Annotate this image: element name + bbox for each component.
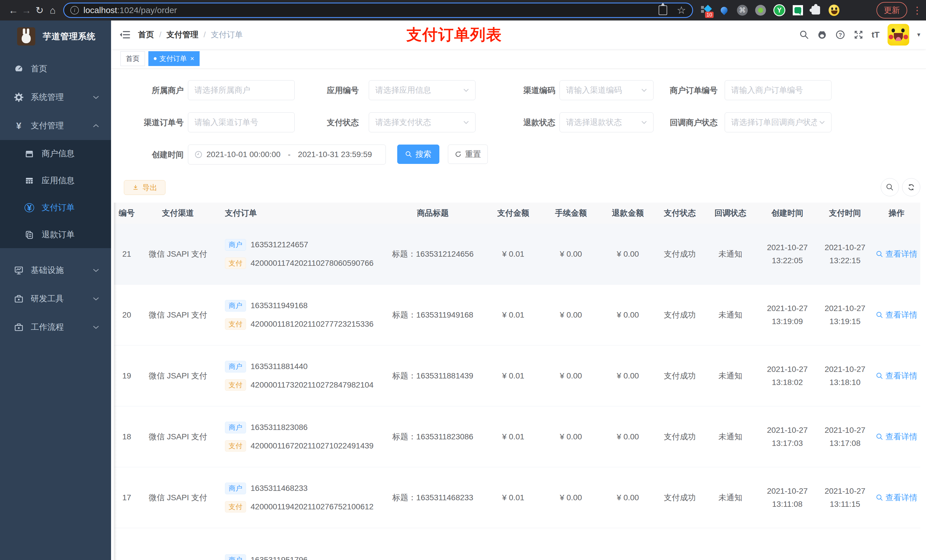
github-icon[interactable]	[817, 30, 827, 40]
fullscreen-icon[interactable]	[853, 30, 864, 40]
clock-icon	[195, 151, 203, 158]
url-host: localhost	[83, 5, 117, 15]
view-detail-link[interactable]: 查看详情	[876, 492, 917, 503]
tag-home[interactable]: 首页	[121, 51, 145, 66]
merchant-order-no-field[interactable]	[725, 80, 831, 100]
cell-title: 标题：1635312124656	[381, 223, 484, 284]
filter-label: 渠道订单号	[111, 112, 184, 133]
extension-recorder-icon[interactable]	[755, 5, 766, 16]
browser-home-icon[interactable]: ⌂	[46, 4, 59, 17]
sidebar-item-home[interactable]: 首页	[0, 54, 111, 83]
breadcrumb-home[interactable]: 首页	[138, 29, 154, 40]
cell-title: 标题：1635311881439	[381, 346, 484, 406]
browser-forward-icon[interactable]: →	[20, 4, 33, 17]
view-detail-link[interactable]: 查看详情	[876, 249, 917, 260]
filter-row-3: 创建时间 2021-10-01 00:00:00 - 2021-10-31 23…	[111, 145, 926, 165]
cell-status: 支付成功	[656, 346, 703, 406]
table-row[interactable]: 商户1635311951796	[114, 528, 920, 560]
table-row[interactable]: 18 微信 JSAPI 支付 商户1635311823086 支付4200001…	[114, 406, 920, 467]
browser-chrome: ← → ↻ ⌂ i localhost:1024/pay/order ☆ 10 …	[0, 0, 926, 21]
table-row[interactable]: 21 微信 JSAPI 支付 商户1635312124657 支付4200001…	[114, 223, 920, 285]
browser-reload-icon[interactable]: ↻	[33, 4, 46, 17]
address-bar[interactable]: i localhost:1024/pay/order ☆	[63, 3, 693, 18]
pay-status-select[interactable]: 请选择支付状态	[369, 112, 475, 132]
browser-menu-icon[interactable]: ⋮	[912, 5, 922, 16]
cell-status: 支付成功	[656, 406, 703, 467]
extension-chat-icon[interactable]	[793, 5, 803, 15]
view-detail-link[interactable]: 查看详情	[876, 370, 917, 381]
show-search-toggle-button[interactable]	[881, 178, 899, 196]
cell-fee: ¥ 0.00	[542, 223, 599, 284]
cell-channel: 微信 JSAPI 支付	[139, 285, 216, 345]
col-header-paid: 支付时间	[817, 202, 873, 223]
toolbox-icon	[14, 294, 24, 303]
sidebar-item-merchant-info[interactable]: 商户信息	[0, 140, 111, 167]
app-select[interactable]: 请选择应用信息	[369, 80, 475, 100]
table-row[interactable]: 19 微信 JSAPI 支付 商户1635311881440 支付4200001…	[114, 346, 920, 406]
close-icon[interactable]: ×	[190, 54, 194, 63]
grid-table-icon	[24, 177, 34, 185]
cell-id: 20	[114, 285, 139, 345]
pay-order-no: 4200001167202110271022491439	[251, 441, 374, 450]
breadcrumb-pay[interactable]: 支付管理	[166, 29, 198, 40]
sidebar-item-pay[interactable]: ¥ 支付管理	[0, 112, 111, 140]
sidebar-item-label: 支付订单	[42, 202, 75, 213]
extension-puzzle-icon[interactable]	[810, 5, 821, 16]
site-info-icon[interactable]: i	[70, 6, 79, 15]
extension-command-icon[interactable]: ⌘	[737, 5, 748, 16]
create-time-range-picker[interactable]: 2021-10-01 00:00:00 - 2021-10-31 23:59:5…	[188, 145, 386, 165]
extension-grid-diamond-icon[interactable]: 10	[701, 5, 711, 16]
help-icon[interactable]: ?	[835, 30, 846, 40]
view-detail-link[interactable]: 查看详情	[876, 309, 917, 320]
filter-label: 支付状态	[271, 112, 359, 133]
merchant-order-no: 1635311823086	[251, 423, 307, 432]
merchant-order-no: 1635312124657	[251, 240, 308, 249]
select-placeholder: 请选择支付状态	[375, 117, 461, 128]
sidebar-item-pay-order[interactable]: ¥ 支付订单	[0, 194, 111, 221]
filter-label: 商户订单编号	[629, 80, 717, 101]
extension-emoji-icon[interactable]	[829, 5, 840, 16]
browser-update-button[interactable]: 更新	[876, 2, 907, 18]
cell-refund: ¥ 0.00	[599, 285, 656, 345]
table-row[interactable]: 20 微信 JSAPI 支付 商户1635311949168 支付4200001…	[114, 285, 920, 346]
merchant-order-no-input[interactable]	[731, 86, 825, 95]
notify-status-select[interactable]: 请选择订单回调商户状态	[725, 112, 831, 132]
cell-amount: ¥ 0.01	[484, 346, 542, 406]
sidebar-item-refund-order[interactable]: 退款订单	[0, 221, 111, 248]
font-size-icon[interactable]: tT	[872, 30, 879, 39]
sidebar-item-system[interactable]: 系统管理	[0, 83, 111, 112]
table-row[interactable]: 17 微信 JSAPI 支付 商户1635311468233 支付4200001…	[114, 467, 920, 528]
extension-map-pin-icon[interactable]	[719, 5, 729, 16]
chevron-down-icon	[819, 121, 825, 124]
cell-fee: ¥ 0.00	[542, 285, 599, 345]
search-icon[interactable]	[799, 30, 809, 39]
collapse-sidebar-icon[interactable]	[119, 30, 130, 39]
filter-row-2: 渠道订单号 支付状态 请选择支付状态 退款状态 请选择退款状态 回调商户状态 请…	[111, 112, 926, 133]
breadcrumb-separator: /	[204, 30, 206, 39]
bookmark-star-icon[interactable]: ☆	[677, 4, 686, 16]
sidebar-item-workflow[interactable]: 工作流程	[0, 313, 111, 341]
tag-pay-order[interactable]: 支付订单 ×	[148, 51, 200, 66]
export-button[interactable]: 导出	[124, 180, 165, 195]
browser-back-icon[interactable]: ←	[7, 4, 20, 17]
breadcrumb: 首页 / 支付管理 / 支付订单	[138, 29, 243, 40]
navbar-actions: ? tT ▾	[799, 21, 920, 49]
refresh-button[interactable]	[902, 178, 920, 196]
cell-created: 2021-10-2713:17:03	[767, 426, 808, 448]
share-icon[interactable]	[659, 5, 667, 15]
user-menu-caret-icon[interactable]: ▾	[917, 31, 920, 38]
search-button[interactable]: 搜索	[397, 145, 439, 164]
sidebar-item-infra[interactable]: 基础设施	[0, 256, 111, 285]
url-path: :1024/pay/order	[117, 5, 177, 15]
filter-row-1: 所属商户 应用编号 请选择应用信息 渠道编码 请输入渠道编码 商户订单编号	[111, 80, 926, 101]
pay-order-no: 4200001174202110278060590766	[251, 259, 374, 268]
sidebar-item-app-info[interactable]: 应用信息	[0, 167, 111, 194]
filter-label: 回调商户状态	[629, 112, 717, 133]
view-detail-link[interactable]: 查看详情	[876, 432, 917, 442]
col-header-notify: 回调状态	[703, 202, 757, 223]
sidebar-item-devtools[interactable]: 研发工具	[0, 285, 111, 313]
pay-order-no: 4200001173202110272847982104	[251, 380, 374, 389]
reset-button[interactable]: 重置	[448, 145, 488, 164]
extension-yudao-icon[interactable]: Y	[773, 4, 785, 16]
user-avatar[interactable]	[888, 24, 909, 45]
